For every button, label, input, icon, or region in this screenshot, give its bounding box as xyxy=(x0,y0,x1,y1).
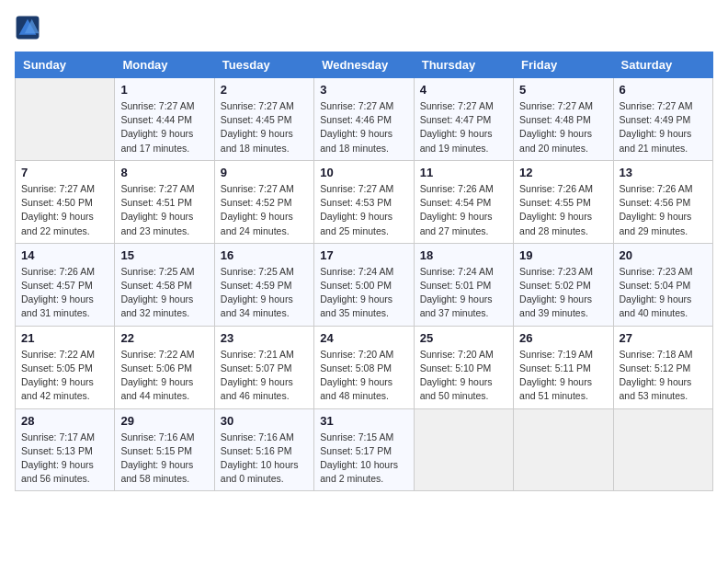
calendar-cell: 12Sunrise: 7:26 AM Sunset: 4:55 PM Dayli… xyxy=(514,160,613,243)
day-number: 12 xyxy=(519,166,607,179)
day-number: 19 xyxy=(519,248,607,262)
day-number: 16 xyxy=(221,248,308,262)
calendar-cell: 18Sunrise: 7:24 AM Sunset: 5:01 PM Dayli… xyxy=(414,243,513,326)
day-info: Sunrise: 7:27 AM Sunset: 4:47 PM Dayligh… xyxy=(420,99,507,155)
day-number: 5 xyxy=(519,83,607,97)
header-day-friday: Friday xyxy=(514,52,613,78)
day-info: Sunrise: 7:20 AM Sunset: 5:08 PM Dayligh… xyxy=(320,348,407,404)
day-info: Sunrise: 7:24 AM Sunset: 5:01 PM Dayligh… xyxy=(420,265,507,321)
page-header xyxy=(15,15,713,40)
calendar-cell: 8Sunrise: 7:27 AM Sunset: 4:51 PM Daylig… xyxy=(115,160,214,243)
day-number: 25 xyxy=(420,331,507,345)
calendar-cell: 17Sunrise: 7:24 AM Sunset: 5:00 PM Dayli… xyxy=(314,243,414,326)
day-number: 23 xyxy=(221,331,308,345)
day-number: 6 xyxy=(620,83,707,97)
calendar-cell: 29Sunrise: 7:16 AM Sunset: 5:15 PM Dayli… xyxy=(115,408,214,491)
day-info: Sunrise: 7:16 AM Sunset: 5:15 PM Dayligh… xyxy=(120,431,208,487)
day-info: Sunrise: 7:17 AM Sunset: 5:13 PM Dayligh… xyxy=(21,431,108,487)
day-info: Sunrise: 7:27 AM Sunset: 4:53 PM Dayligh… xyxy=(320,182,407,238)
day-info: Sunrise: 7:23 AM Sunset: 5:04 PM Dayligh… xyxy=(620,265,707,321)
day-info: Sunrise: 7:27 AM Sunset: 4:48 PM Dayligh… xyxy=(519,99,607,155)
day-info: Sunrise: 7:27 AM Sunset: 4:50 PM Dayligh… xyxy=(21,182,108,238)
calendar-cell: 26Sunrise: 7:19 AM Sunset: 5:11 PM Dayli… xyxy=(514,326,613,408)
calendar-cell: 24Sunrise: 7:20 AM Sunset: 5:08 PM Dayli… xyxy=(314,326,414,408)
day-number: 27 xyxy=(620,331,707,345)
calendar-cell: 7Sunrise: 7:27 AM Sunset: 4:50 PM Daylig… xyxy=(16,160,115,243)
calendar-cell xyxy=(16,78,115,161)
calendar-cell: 2Sunrise: 7:27 AM Sunset: 4:45 PM Daylig… xyxy=(214,78,313,161)
day-number: 22 xyxy=(120,331,208,345)
week-row-1: 1Sunrise: 7:27 AM Sunset: 4:44 PM Daylig… xyxy=(16,78,713,161)
calendar-cell: 1Sunrise: 7:27 AM Sunset: 4:44 PM Daylig… xyxy=(115,78,214,161)
calendar-cell: 9Sunrise: 7:27 AM Sunset: 4:52 PM Daylig… xyxy=(214,160,313,243)
day-number: 3 xyxy=(320,83,407,97)
day-number: 26 xyxy=(519,331,607,345)
day-number: 30 xyxy=(221,414,308,428)
calendar-cell xyxy=(514,408,613,491)
calendar-cell xyxy=(613,408,712,491)
day-number: 24 xyxy=(320,331,407,345)
logo xyxy=(15,15,44,40)
calendar-cell: 22Sunrise: 7:22 AM Sunset: 5:06 PM Dayli… xyxy=(115,326,214,408)
calendar-cell: 10Sunrise: 7:27 AM Sunset: 4:53 PM Dayli… xyxy=(314,160,414,243)
day-info: Sunrise: 7:24 AM Sunset: 5:00 PM Dayligh… xyxy=(320,265,407,321)
day-info: Sunrise: 7:19 AM Sunset: 5:11 PM Dayligh… xyxy=(519,348,607,404)
day-number: 11 xyxy=(420,166,507,179)
day-number: 8 xyxy=(120,166,208,179)
calendar-header: SundayMondayTuesdayWednesdayThursdayFrid… xyxy=(16,52,713,78)
week-row-5: 28Sunrise: 7:17 AM Sunset: 5:13 PM Dayli… xyxy=(16,408,713,491)
day-info: Sunrise: 7:16 AM Sunset: 5:16 PM Dayligh… xyxy=(221,431,308,487)
day-info: Sunrise: 7:22 AM Sunset: 5:05 PM Dayligh… xyxy=(21,348,108,404)
calendar-cell: 28Sunrise: 7:17 AM Sunset: 5:13 PM Dayli… xyxy=(16,408,115,491)
calendar-cell: 27Sunrise: 7:18 AM Sunset: 5:12 PM Dayli… xyxy=(613,326,712,408)
header-day-sunday: Sunday xyxy=(16,52,115,78)
day-info: Sunrise: 7:25 AM Sunset: 4:59 PM Dayligh… xyxy=(221,265,308,321)
day-info: Sunrise: 7:26 AM Sunset: 4:54 PM Dayligh… xyxy=(420,182,507,238)
day-number: 13 xyxy=(620,166,707,179)
week-row-4: 21Sunrise: 7:22 AM Sunset: 5:05 PM Dayli… xyxy=(16,326,713,408)
calendar-cell: 16Sunrise: 7:25 AM Sunset: 4:59 PM Dayli… xyxy=(214,243,313,326)
day-info: Sunrise: 7:18 AM Sunset: 5:12 PM Dayligh… xyxy=(620,348,707,404)
day-number: 17 xyxy=(320,248,407,262)
header-day-wednesday: Wednesday xyxy=(314,52,414,78)
day-number: 7 xyxy=(21,166,108,179)
day-info: Sunrise: 7:27 AM Sunset: 4:46 PM Dayligh… xyxy=(320,99,407,155)
day-number: 31 xyxy=(320,414,407,428)
day-number: 18 xyxy=(420,248,507,262)
calendar-table: SundayMondayTuesdayWednesdayThursdayFrid… xyxy=(15,52,713,491)
week-row-2: 7Sunrise: 7:27 AM Sunset: 4:50 PM Daylig… xyxy=(16,160,713,243)
day-number: 10 xyxy=(320,166,407,179)
calendar-cell: 4Sunrise: 7:27 AM Sunset: 4:47 PM Daylig… xyxy=(414,78,513,161)
day-number: 9 xyxy=(221,166,308,179)
day-info: Sunrise: 7:26 AM Sunset: 4:56 PM Dayligh… xyxy=(620,182,707,238)
header-day-thursday: Thursday xyxy=(414,52,513,78)
logo-icon xyxy=(15,15,40,40)
calendar-cell: 23Sunrise: 7:21 AM Sunset: 5:07 PM Dayli… xyxy=(214,326,313,408)
day-info: Sunrise: 7:26 AM Sunset: 4:57 PM Dayligh… xyxy=(21,265,108,321)
day-number: 1 xyxy=(120,83,208,97)
day-info: Sunrise: 7:27 AM Sunset: 4:49 PM Dayligh… xyxy=(620,99,707,155)
header-day-tuesday: Tuesday xyxy=(214,52,313,78)
day-info: Sunrise: 7:20 AM Sunset: 5:10 PM Dayligh… xyxy=(420,348,507,404)
day-info: Sunrise: 7:21 AM Sunset: 5:07 PM Dayligh… xyxy=(221,348,308,404)
calendar-cell: 15Sunrise: 7:25 AM Sunset: 4:58 PM Dayli… xyxy=(115,243,214,326)
day-number: 14 xyxy=(21,248,108,262)
calendar-cell: 30Sunrise: 7:16 AM Sunset: 5:16 PM Dayli… xyxy=(214,408,313,491)
day-number: 20 xyxy=(620,248,707,262)
day-info: Sunrise: 7:27 AM Sunset: 4:51 PM Dayligh… xyxy=(120,182,208,238)
day-info: Sunrise: 7:25 AM Sunset: 4:58 PM Dayligh… xyxy=(120,265,208,321)
day-number: 29 xyxy=(120,414,208,428)
calendar-cell: 31Sunrise: 7:15 AM Sunset: 5:17 PM Dayli… xyxy=(314,408,414,491)
header-day-saturday: Saturday xyxy=(613,52,712,78)
calendar-cell: 3Sunrise: 7:27 AM Sunset: 4:46 PM Daylig… xyxy=(314,78,414,161)
calendar-cell: 6Sunrise: 7:27 AM Sunset: 4:49 PM Daylig… xyxy=(613,78,712,161)
day-number: 28 xyxy=(21,414,108,428)
day-info: Sunrise: 7:27 AM Sunset: 4:45 PM Dayligh… xyxy=(221,99,308,155)
calendar-cell: 13Sunrise: 7:26 AM Sunset: 4:56 PM Dayli… xyxy=(613,160,712,243)
day-info: Sunrise: 7:27 AM Sunset: 4:52 PM Dayligh… xyxy=(221,182,308,238)
calendar-body: 1Sunrise: 7:27 AM Sunset: 4:44 PM Daylig… xyxy=(16,78,713,491)
calendar-cell: 11Sunrise: 7:26 AM Sunset: 4:54 PM Dayli… xyxy=(414,160,513,243)
day-info: Sunrise: 7:26 AM Sunset: 4:55 PM Dayligh… xyxy=(519,182,607,238)
header-day-monday: Monday xyxy=(115,52,214,78)
calendar-cell: 21Sunrise: 7:22 AM Sunset: 5:05 PM Dayli… xyxy=(16,326,115,408)
